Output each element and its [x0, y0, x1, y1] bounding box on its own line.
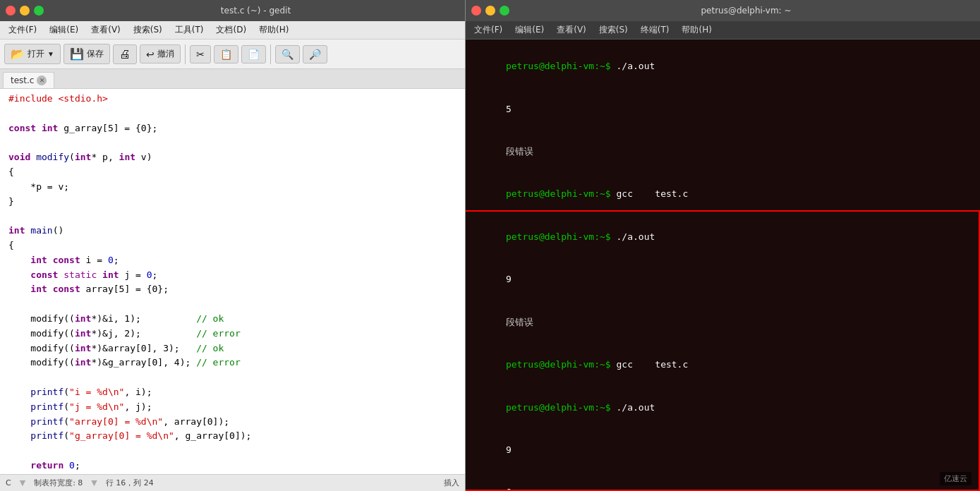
- code-line-23: printf("array[0] = %d\n", array[0]);: [8, 415, 456, 430]
- tab-width[interactable]: 制表符宽度: 8: [34, 478, 83, 488]
- open-label: 打开: [28, 48, 44, 60]
- save-icon: 💾: [70, 47, 84, 61]
- term-menu-view[interactable]: 查看(V): [551, 23, 592, 37]
- code-line-blank-1: [8, 107, 456, 121]
- term-line-8: petrus@delphi-vm:~$ gcc test.c: [473, 344, 973, 386]
- code-line-21: printf("i = %d\n", i);: [8, 385, 456, 400]
- language-selector[interactable]: C: [6, 478, 11, 487]
- code-editor[interactable]: #include <stdio.h> const int g_array[5] …: [0, 89, 465, 474]
- tab-bar: test.c ✕: [0, 69, 465, 89]
- menu-tools[interactable]: 工具(T): [169, 23, 210, 37]
- gedit-window: test.c (~) - gedit 文件(F) 编辑(E) 查看(V) 搜索(…: [0, 0, 466, 491]
- code-line-13: const static int j = 0;: [8, 268, 456, 283]
- toolbar-sep-2: [270, 44, 271, 64]
- tab-testc[interactable]: test.c ✕: [3, 72, 54, 88]
- code-line-10: int main(): [8, 224, 456, 238]
- term-minimize-button[interactable]: [485, 6, 495, 16]
- paste-button[interactable]: 📄: [241, 45, 266, 63]
- terminal-menubar: 文件(F) 编辑(E) 查看(V) 搜索(S) 终端(T) 帮助(H): [466, 21, 980, 40]
- code-line-17: modify((int*)&j, 2); // error: [8, 327, 456, 341]
- save-label: 保存: [87, 48, 104, 60]
- code-line-22: printf("j = %d\n", j);: [8, 400, 456, 415]
- undo-button[interactable]: ↩ 撤消: [140, 44, 181, 63]
- term-menu-search[interactable]: 搜索(S): [593, 23, 634, 37]
- code-line-1: #include <stdio.h>: [8, 92, 456, 107]
- insert-mode: 插入: [444, 478, 459, 488]
- folder-icon: 📂: [11, 47, 25, 61]
- code-line-19: modify((int*)&g_array[0], 4); // error: [8, 356, 456, 370]
- undo-label: 撤消: [157, 48, 174, 60]
- gedit-titlebar: test.c (~) - gedit: [0, 0, 465, 21]
- code-line-6: {: [8, 165, 456, 180]
- paste-icon: 📄: [248, 49, 260, 60]
- code-line-blank-4: [8, 297, 456, 312]
- code-line-7: *p = v;: [8, 180, 456, 195]
- cursor-position: 行 16，列 24: [106, 478, 154, 488]
- term-menu-help[interactable]: 帮助(H): [676, 23, 717, 37]
- toolbar-sep-1: [185, 44, 186, 64]
- term-line-2: 5: [473, 87, 973, 130]
- code-line-5: void modify(int* p, int v): [8, 150, 456, 165]
- code-line-3: const int g_array[5] = {0};: [8, 121, 456, 136]
- print-icon: 🖨: [119, 48, 131, 61]
- terminal-titlebar: petrus@delphi-vm: ~: [466, 0, 980, 21]
- code-line-11: {: [8, 238, 456, 253]
- copy-icon: 📋: [220, 49, 232, 60]
- cut-icon: ✂: [196, 49, 205, 60]
- term-menu-edit[interactable]: 编辑(E): [509, 23, 550, 37]
- term-menu-file[interactable]: 文件(F): [468, 23, 508, 37]
- watermark: 亿速云: [940, 472, 972, 485]
- menu-search[interactable]: 搜索(S): [128, 23, 168, 37]
- find-replace-button[interactable]: 🔎: [303, 45, 327, 63]
- menu-help[interactable]: 帮助(H): [253, 23, 294, 37]
- dropdown-arrow: ▼: [47, 50, 54, 58]
- term-line-4: petrus@delphi-vm:~$ gcc test.c: [473, 173, 973, 215]
- term-line-11: 6: [473, 471, 973, 491]
- save-button[interactable]: 💾 保存: [63, 44, 110, 64]
- term-menu-terminal[interactable]: 终端(T): [635, 23, 675, 37]
- code-line-24: printf("g_array[0] = %d\n", g_array[0]);: [8, 429, 456, 444]
- term-line-3: 段错误: [473, 131, 973, 173]
- code-line-8: }: [8, 195, 456, 210]
- menu-docs[interactable]: 文档(D): [210, 23, 252, 37]
- menu-file[interactable]: 文件(F): [3, 23, 42, 37]
- code-line-14: int const array[5] = {0};: [8, 282, 456, 297]
- search-icon: 🔍: [282, 49, 294, 60]
- code-line-18: modify((int*)&array[0], 3); // ok: [8, 341, 456, 356]
- minimize-button[interactable]: [20, 6, 30, 16]
- maximize-button[interactable]: [34, 6, 44, 16]
- undo-icon: ↩: [146, 49, 155, 60]
- gedit-statusbar: C ▼ 制表符宽度: 8 ▼ 行 16，列 24 插入: [0, 474, 465, 491]
- copy-button[interactable]: 📋: [214, 45, 238, 63]
- term-line-10: 9: [473, 429, 973, 471]
- term-line-6: 9: [473, 258, 973, 301]
- term-maximize-button[interactable]: [500, 6, 509, 16]
- code-line-blank-3: [8, 209, 456, 224]
- term-line-7: 段错误: [473, 301, 973, 344]
- tab-close-button[interactable]: ✕: [37, 75, 47, 85]
- term-line-1: petrus@delphi-vm:~$ ./a.out: [473, 45, 973, 87]
- tab-label: test.c: [11, 75, 34, 85]
- code-line-12: int const i = 0;: [8, 253, 456, 268]
- cut-button[interactable]: ✂: [190, 45, 211, 63]
- close-button[interactable]: [6, 6, 16, 16]
- find-button[interactable]: 🔍: [275, 45, 300, 63]
- menu-view[interactable]: 查看(V): [85, 23, 126, 37]
- terminal-window: petrus@delphi-vm: ~ 文件(F) 编辑(E) 查看(V) 搜索…: [466, 0, 980, 491]
- terminal-content[interactable]: petrus@delphi-vm:~$ ./a.out 5 段错误 petrus…: [466, 40, 980, 491]
- term-close-button[interactable]: [471, 6, 481, 16]
- gedit-menubar: 文件(F) 编辑(E) 查看(V) 搜索(S) 工具(T) 文档(D) 帮助(H…: [0, 21, 465, 40]
- code-line-16: modify((int*)&i, 1); // ok: [8, 312, 456, 327]
- editor-area[interactable]: #include <stdio.h> const int g_array[5] …: [0, 89, 465, 474]
- open-button[interactable]: 📂 打开 ▼: [4, 44, 61, 64]
- menu-edit[interactable]: 编辑(E): [44, 23, 84, 37]
- term-line-9: petrus@delphi-vm:~$ ./a.out: [473, 386, 973, 428]
- term-line-5: petrus@delphi-vm:~$ ./a.out: [473, 216, 973, 258]
- code-line-26: return 0;: [8, 459, 456, 473]
- terminal-title: petrus@delphi-vm: ~: [518, 6, 974, 16]
- code-line-blank-6: [8, 444, 456, 459]
- print-button[interactable]: 🖨: [113, 44, 137, 64]
- code-line-blank-5: [8, 370, 456, 385]
- gedit-toolbar: 📂 打开 ▼ 💾 保存 🖨 ↩ 撤消 ✂ 📋 📄 🔍 🔎: [0, 40, 465, 69]
- gedit-title: test.c (~) - gedit: [52, 6, 459, 16]
